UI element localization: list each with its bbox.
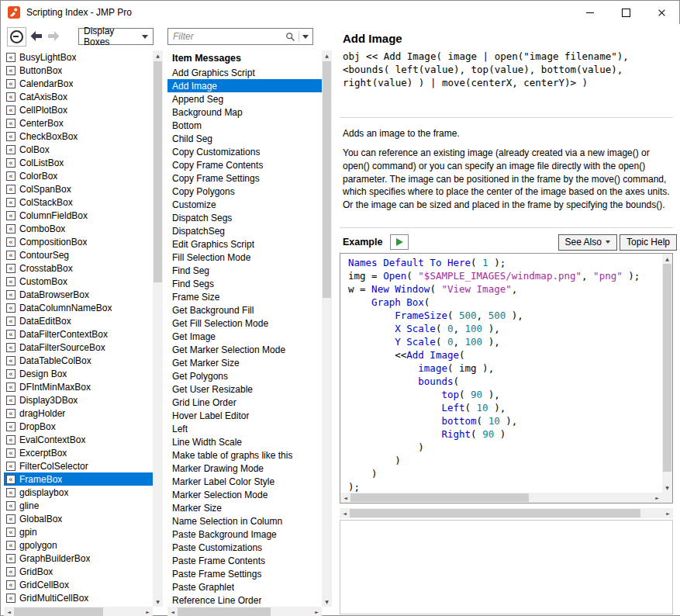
item-message-item[interactable]: Get Marker Size [167, 356, 322, 369]
display-box-item[interactable]: dragHolder [4, 407, 153, 420]
category-dropdown[interactable]: Display Boxes [78, 28, 154, 45]
item-message-item[interactable]: Get Image [167, 330, 322, 343]
item-message-item[interactable]: Make table of graphs like this [167, 448, 322, 462]
collapse-button[interactable] [7, 27, 26, 47]
display-box-item[interactable]: gline [4, 499, 153, 512]
item-message-item[interactable]: Add Image [167, 79, 322, 92]
item-message-item[interactable]: DispatchSeg [167, 224, 322, 237]
scroll-down-button[interactable] [153, 597, 163, 607]
example-code-editor[interactable]: Names Default To Here( 1 );img = Open( "… [340, 253, 673, 504]
run-example-button[interactable] [390, 234, 409, 250]
scroll-left-button[interactable] [4, 607, 14, 616]
scroll-left-button[interactable] [340, 508, 350, 518]
item-message-item[interactable]: Bottom [167, 119, 322, 132]
display-box-item[interactable]: ColorBox [4, 169, 153, 182]
display-box-item[interactable]: ButtonBox [4, 64, 153, 77]
display-box-item[interactable]: gpolygon [4, 538, 153, 552]
display-box-item[interactable]: DataFilterSourceBox [4, 341, 153, 354]
scrollbar-thumb[interactable] [350, 493, 529, 502]
scroll-right-button[interactable] [312, 607, 322, 616]
display-box-item[interactable]: GridCellBox [4, 578, 153, 591]
item-message-item[interactable]: Child Seg [167, 132, 322, 145]
display-box-item[interactable]: Display3DBox [4, 393, 153, 407]
display-box-item[interactable]: ColListBox [4, 156, 153, 169]
log-horizontal-scrollbar[interactable] [340, 508, 673, 518]
item-message-item[interactable]: Get Polygons [167, 369, 322, 382]
item-message-item[interactable]: Marker Size [167, 501, 322, 514]
scroll-down-button[interactable] [662, 483, 672, 493]
item-message-item[interactable]: Marker Drawing Mode [167, 462, 322, 475]
maximize-button[interactable] [608, 1, 644, 24]
item-message-item[interactable]: Paste Customizations [167, 541, 322, 554]
back-button[interactable] [29, 30, 44, 43]
item-message-item[interactable]: Copy Frame Settings [167, 171, 322, 185]
item-message-item[interactable]: Dispatch Segs [167, 211, 322, 224]
item-message-item[interactable]: Find Segs [167, 277, 322, 290]
display-box-item[interactable]: DataColumnNameBox [4, 301, 153, 314]
item-message-item[interactable]: Paste Frame Settings [167, 567, 322, 580]
item-message-item[interactable]: Get Marker Selection Mode [167, 343, 322, 356]
code-content[interactable]: Names Default To Here( 1 );img = Open( "… [340, 254, 662, 493]
display-box-item[interactable]: GridBox [4, 565, 153, 578]
display-box-item[interactable]: ColumnFieldBox [4, 209, 153, 222]
code-vertical-scrollbar[interactable] [662, 254, 672, 493]
item-message-item[interactable]: Copy Customizations [167, 145, 322, 158]
display-box-item[interactable]: GraphBuilderBox [4, 552, 153, 565]
item-message-item[interactable]: Hover Label Editor [167, 409, 322, 422]
display-box-item[interactable]: FrameBox [4, 472, 153, 486]
see-also-button[interactable]: See Also [558, 234, 617, 251]
item-message-item[interactable]: Frame Size [167, 290, 322, 303]
close-button[interactable] [644, 1, 679, 24]
scrollbar-thumb[interactable] [14, 607, 103, 616]
display-box-item[interactable]: CatAxisBox [4, 90, 153, 103]
display-boxes-horizontal-scrollbar[interactable] [4, 607, 153, 616]
item-messages-vertical-scrollbar[interactable] [322, 50, 332, 607]
item-message-item[interactable]: Marker Label Color Style [167, 475, 322, 488]
display-box-item[interactable]: ComboBox [4, 222, 153, 235]
scrollbar-thumb[interactable] [663, 264, 671, 472]
display-box-item[interactable]: EvalContextBox [4, 433, 153, 446]
example-log-area[interactable] [340, 520, 673, 614]
item-message-item[interactable]: Background Map [167, 106, 322, 119]
display-box-item[interactable]: FilterColSelector [4, 459, 153, 472]
item-message-item[interactable]: Marker Selection Mode [167, 488, 322, 501]
display-box-item[interactable]: ExcerptBox [4, 446, 153, 459]
display-box-item[interactable]: CalendarBox [4, 77, 153, 90]
display-box-item[interactable]: DataTableColBox [4, 354, 153, 367]
scroll-right-button[interactable] [143, 607, 153, 616]
display-box-item[interactable]: DFIntMinMaxBox [4, 380, 153, 393]
forward-button[interactable] [46, 30, 61, 43]
display-box-item[interactable]: DataBrowserBox [4, 288, 153, 301]
scroll-left-button[interactable] [167, 607, 178, 616]
scrollbar-thumb[interactable] [350, 509, 640, 517]
item-message-item[interactable]: Paste Graphlet [167, 580, 322, 594]
display-box-item[interactable]: Design Box [4, 367, 153, 380]
filter-input[interactable] [168, 31, 285, 42]
item-message-item[interactable]: Add Graphics Script [167, 66, 322, 79]
code-horizontal-scrollbar[interactable] [340, 493, 662, 503]
filter-dropdown-arrow[interactable] [302, 35, 309, 39]
item-message-item[interactable]: Customize [167, 198, 322, 211]
item-message-item[interactable]: Copy Frame Contents [167, 158, 322, 171]
item-message-item[interactable]: Get Fill Selection Mode [167, 317, 322, 330]
display-box-item[interactable]: ContourSeg [4, 248, 153, 261]
item-message-item[interactable]: Paste Background Image [167, 528, 322, 541]
topic-help-button[interactable]: Topic Help [620, 234, 677, 251]
item-message-item[interactable]: Left [167, 422, 322, 435]
display-box-item[interactable]: DataFilterContextBox [4, 327, 153, 341]
item-message-item[interactable]: Paste Frame Contents [167, 554, 322, 567]
display-box-item[interactable]: CustomBox [4, 275, 153, 288]
scroll-up-button[interactable] [322, 50, 332, 61]
display-box-item[interactable]: GridMultiCellBox [4, 591, 153, 604]
scrollbar-thumb[interactable] [178, 607, 271, 616]
scrollbar-thumb[interactable] [154, 61, 162, 282]
display-box-item[interactable]: DropBox [4, 420, 153, 433]
item-message-item[interactable]: Append Seg [167, 92, 322, 106]
scroll-right-button[interactable] [663, 508, 673, 518]
display-box-item[interactable]: BusyLightBox [4, 50, 153, 64]
display-box-item[interactable]: GlobalBox [4, 512, 153, 525]
item-message-item[interactable]: Get Background Fill [167, 303, 322, 317]
minimize-button[interactable] [572, 1, 608, 24]
scroll-down-button[interactable] [322, 597, 332, 607]
scroll-right-button[interactable] [652, 493, 662, 503]
